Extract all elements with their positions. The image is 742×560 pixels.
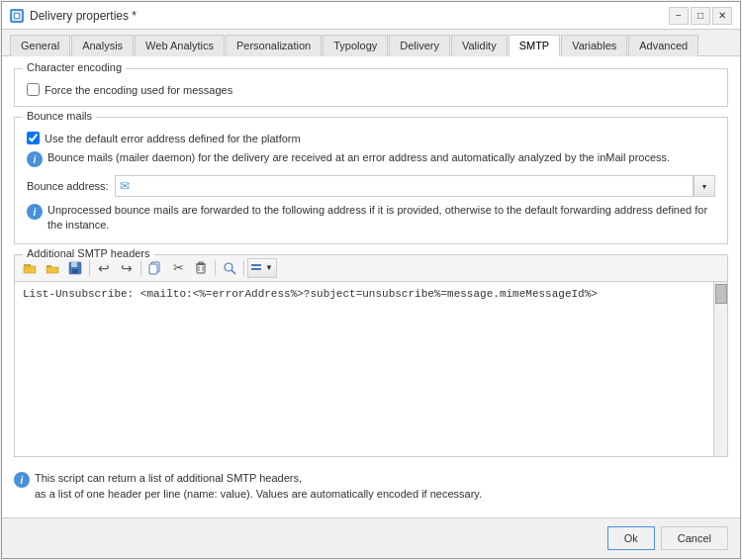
bounce-mails-label: Bounce mails [23,110,96,122]
info-icon-3: i [14,472,30,488]
bounce-address-field-area: ✉ ▼ [115,175,715,197]
dropdown-arrow-icon: ▼ [701,183,708,190]
bounce-address-label: Bounce address: [27,180,109,192]
svg-rect-11 [149,264,157,274]
tab-variables[interactable]: Variables [561,35,627,56]
info-icon-2: i [27,204,43,220]
svg-rect-14 [199,262,203,264]
window-icon [10,9,24,23]
tab-general[interactable]: General [10,35,70,56]
tab-advanced[interactable]: Advanced [628,35,698,56]
close-button[interactable]: ✕ [712,7,732,25]
tab-personalization[interactable]: Personalization [226,35,322,56]
default-error-label: Use the default error address defined fo… [45,133,301,144]
toolbar-redo-btn[interactable]: ↪ [116,258,138,278]
toolbar-copy-btn[interactable] [144,258,166,278]
bounce-address-row: Bounce address: ✉ ▼ [27,175,715,197]
toolbar-cut-btn[interactable]: ✂ [167,258,189,278]
tab-analysis[interactable]: Analysis [71,35,134,56]
smtp-toolbar: ↩ ↪ ✂ ▼ [15,255,727,282]
svg-point-17 [225,263,232,271]
save-icon [68,261,82,275]
tab-smtp[interactable]: SMTP [509,35,561,56]
force-encoding-row: Force the encoding used for messages [27,83,715,96]
character-encoding-section: Character encoding Force the encoding us… [14,68,728,107]
tab-validity[interactable]: Validity [451,35,508,56]
bottom-bar: Ok Cancel [2,517,740,558]
main-window: Delivery properties * − □ ✕ General Anal… [1,1,741,559]
scrollbar-thumb[interactable] [715,284,727,304]
toolbar-save-btn[interactable] [64,258,86,278]
window-title: Delivery properties * [30,9,137,23]
additional-smtp-label: Additional SMTP headers [23,247,154,259]
bounce-info-text: Bounce mails (mailer daemon) for the del… [47,150,670,165]
smtp-footer-info: i This script can return a list of addit… [14,467,728,506]
bounce-address-input[interactable]: ✉ [115,175,694,197]
svg-rect-3 [24,266,36,273]
title-bar: Delivery properties * − □ ✕ [2,2,740,30]
svg-rect-9 [72,269,78,273]
unprocessed-info-row: i Unprocessed bounce mails are forwarded… [27,203,715,233]
toolbar-undo-btn[interactable]: ↩ [93,258,115,278]
svg-rect-12 [197,264,205,273]
delete-icon [194,261,208,275]
toolbar-open-btn[interactable] [19,258,41,278]
tab-bar: General Analysis Web Analytics Personali… [2,30,740,56]
character-encoding-label: Character encoding [23,61,126,73]
code-area-wrapper: List-Unsubscribe: <mailto:<%=errorAddres… [15,282,727,456]
force-encoding-label: Force the encoding used for messages [45,84,232,96]
svg-rect-19 [251,264,261,266]
svg-line-18 [232,270,235,274]
svg-rect-1 [15,14,19,18]
menu-dropdown-arrow: ▼ [265,263,273,272]
open-icon [23,261,37,275]
tab-delivery[interactable]: Delivery [389,35,450,56]
title-controls: − □ ✕ [669,7,732,25]
email-icon: ✉ [120,179,130,193]
force-encoding-checkbox[interactable] [27,83,40,96]
title-bar-left: Delivery properties * [10,9,137,23]
ok-button[interactable]: Ok [607,526,655,550]
svg-rect-4 [24,264,29,266]
additional-smtp-section: Additional SMTP headers ↩ ↪ ✂ [14,254,728,457]
tab-web-analytics[interactable]: Web Analytics [135,35,225,56]
copy-icon [148,261,162,275]
vertical-scrollbar[interactable] [713,282,727,456]
svg-rect-5 [46,265,51,267]
svg-rect-6 [46,267,58,273]
main-content: Character encoding Force the encoding us… [2,56,740,517]
svg-rect-20 [251,268,261,270]
svg-rect-8 [71,262,77,267]
toolbar-delete-btn[interactable] [190,258,212,278]
default-error-checkbox[interactable] [27,132,40,144]
tab-typology[interactable]: Typology [323,35,388,56]
folder-icon [46,261,59,275]
toolbar-search-btn[interactable] [219,258,240,278]
toolbar-sep-2 [140,260,141,276]
search-icon [223,261,236,275]
menu-icon [251,263,263,273]
maximize-button[interactable]: □ [691,7,710,25]
smtp-footer-text: This script can return a list of additio… [35,471,482,502]
toolbar-sep-1 [89,260,90,276]
minimize-button[interactable]: − [669,7,689,25]
toolbar-sep-4 [243,260,244,276]
bounce-mails-section: Bounce mails Use the default error addre… [14,117,728,244]
bounce-address-dropdown[interactable]: ▼ [694,175,715,197]
toolbar-sep-3 [215,260,216,276]
toolbar-folder-btn[interactable] [42,258,63,278]
default-error-row: Use the default error address defined fo… [27,132,715,144]
bounce-info-row: i Bounce mails (mailer daemon) for the d… [27,150,715,167]
smtp-code-text: List-Unsubscribe: <mailto:<%=errorAddres… [23,288,598,300]
toolbar-menu-btn[interactable]: ▼ [247,258,277,278]
info-icon-1: i [27,151,43,167]
unprocessed-info-text: Unprocessed bounce mails are forwarded t… [47,203,715,233]
smtp-code-editor[interactable]: List-Unsubscribe: <mailto:<%=errorAddres… [15,282,713,456]
cancel-button[interactable]: Cancel [661,526,728,550]
